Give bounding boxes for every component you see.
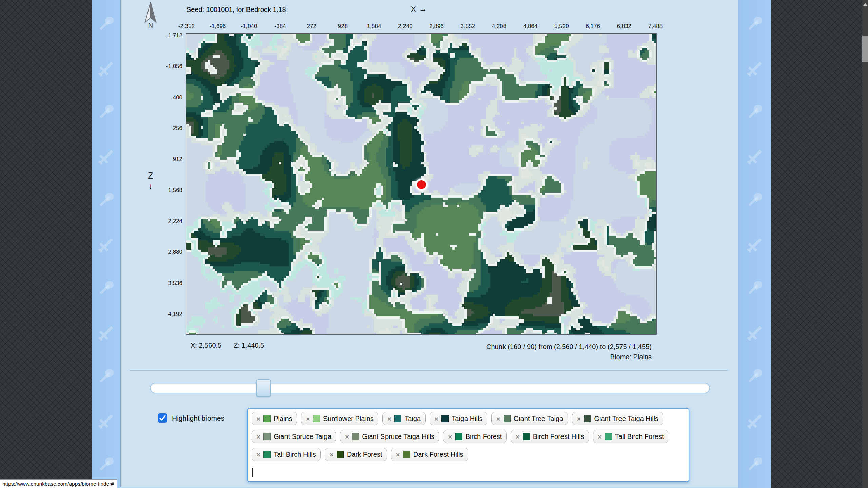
biome-tag-label: Giant Tree Taiga	[514, 415, 563, 423]
page: N Seed: 1001001, for Bedrock 1.18 X → Z↓…	[0, 0, 868, 488]
sword-icon	[745, 324, 764, 343]
z-axis-tick: 4,192	[142, 311, 182, 318]
x-axis-tick: 2,240	[398, 23, 413, 30]
biome-map[interactable]	[186, 33, 657, 335]
chunk-range-text: Chunk (160 / 90) from (2,560 / 1,440) to…	[486, 342, 652, 352]
x-axis-tick: -2,352	[178, 23, 195, 30]
remove-tag-icon[interactable]: ×	[577, 415, 581, 422]
z-axis-tick: 256	[142, 125, 182, 132]
biome-tags-input[interactable]: ×Plains×Sunflower Plains×Taiga×Taiga Hil…	[247, 408, 689, 482]
x-axis-tick: -1,040	[241, 23, 257, 30]
pickaxe-icon	[745, 368, 764, 387]
biome-tag[interactable]: ×Giant Spruce Taiga Hills	[340, 430, 439, 443]
biome-tag[interactable]: ×Birch Forest Hills	[511, 430, 589, 443]
zoom-slider-track[interactable]	[150, 383, 710, 393]
biome-color-swatch	[523, 433, 530, 440]
remove-tag-icon[interactable]: ×	[345, 433, 349, 440]
biome-tag[interactable]: ×Tall Birch Hills	[252, 448, 321, 461]
biome-tag-label: Birch Forest Hills	[533, 433, 584, 441]
checkmark-icon	[159, 415, 166, 421]
remove-tag-icon[interactable]: ×	[256, 451, 260, 458]
biome-tag-label: Tall Birch Hills	[274, 451, 316, 459]
pickaxe-icon	[745, 280, 764, 299]
remove-tag-icon[interactable]: ×	[515, 433, 519, 440]
biome-tag[interactable]: ×Tall Birch Forest	[593, 430, 669, 443]
remove-tag-icon[interactable]: ×	[256, 433, 260, 440]
biome-color-swatch	[403, 451, 410, 458]
sword-icon	[97, 147, 116, 166]
pickaxe-icon	[745, 456, 764, 475]
pickaxe-icon	[97, 280, 116, 299]
text-cursor	[252, 468, 253, 477]
z-axis-tick: 1,568	[142, 187, 182, 194]
scroll-up-arrow-icon[interactable]	[863, 3, 867, 6]
x-axis-tick: 1,584	[367, 23, 381, 30]
pickaxe-icon	[97, 191, 116, 210]
biome-color-swatch	[504, 415, 511, 422]
remove-tag-icon[interactable]: ×	[448, 433, 452, 440]
remove-tag-icon[interactable]: ×	[396, 451, 400, 458]
x-axis-tick: 7,488	[648, 23, 663, 30]
biome-tag-label: Taiga	[405, 415, 421, 423]
biome-tag[interactable]: ×Dark Forest	[325, 448, 387, 461]
biome-at-cursor-text: Biome: Plains	[486, 352, 652, 362]
page-background-right	[770, 0, 868, 488]
pickaxe-icon	[97, 15, 116, 34]
biome-tag-label: Plains	[274, 415, 292, 423]
pickaxe-icon	[97, 103, 116, 122]
sword-icon	[97, 236, 116, 255]
cursor-coordinates: X: 2,560.5Z: 1,440.5	[191, 342, 264, 349]
remove-tag-icon[interactable]: ×	[330, 451, 334, 458]
sword-icon	[745, 59, 764, 78]
chunk-info: Chunk (160 / 90) from (2,560 / 1,440) to…	[486, 342, 652, 362]
zoom-slider-handle[interactable]	[256, 379, 271, 397]
browser-scrollbar[interactable]	[862, 0, 868, 488]
biome-tag-label: Giant Spruce Taiga	[274, 433, 331, 441]
z-axis-tick: 2,224	[142, 218, 182, 225]
biome-color-swatch	[584, 415, 591, 422]
biome-color-swatch	[263, 433, 271, 440]
sword-icon	[97, 59, 116, 78]
biome-tag-label: Giant Tree Taiga Hills	[594, 415, 658, 423]
scrollbar-thumb[interactable]	[862, 36, 868, 62]
biome-tag[interactable]: ×Giant Spruce Taiga	[252, 430, 336, 443]
z-axis-tick: 912	[142, 156, 182, 163]
sword-icon	[97, 324, 116, 343]
compass-north-label: N	[141, 22, 160, 29]
biome-tag[interactable]: ×Birch Forest	[443, 430, 507, 443]
biome-color-swatch	[605, 433, 612, 440]
biome-tag[interactable]: ×Plains	[252, 412, 297, 425]
biome-color-swatch	[352, 433, 359, 440]
biome-color-swatch	[263, 415, 271, 422]
biome-tag-label: Birch Forest	[466, 433, 502, 441]
biome-tag-label: Dark Forest Hills	[413, 451, 463, 459]
x-axis-label: X →	[411, 5, 428, 14]
cursor-x-value: X: 2,560.5	[191, 342, 221, 349]
pickaxe-icon	[745, 15, 764, 34]
remove-tag-icon[interactable]: ×	[387, 415, 391, 422]
highlight-biomes-checkbox[interactable]	[158, 413, 167, 423]
remove-tag-icon[interactable]: ×	[598, 433, 602, 440]
biome-tag[interactable]: ×Dark Forest Hills	[391, 448, 468, 461]
biome-tag[interactable]: ×Giant Tree Taiga Hills	[572, 412, 663, 425]
remove-tag-icon[interactable]: ×	[496, 415, 500, 422]
x-axis-name: X	[411, 5, 417, 13]
remove-tag-icon[interactable]: ×	[306, 415, 310, 422]
biome-color-swatch	[394, 415, 401, 422]
z-axis-name: Z	[148, 171, 153, 180]
page-background-left	[0, 0, 92, 488]
pickaxe-icon	[745, 191, 764, 210]
biome-tag[interactable]: ×Taiga Hills	[430, 412, 487, 425]
biome-color-swatch	[441, 415, 449, 422]
biome-tag[interactable]: ×Taiga	[382, 412, 426, 425]
biome-tag[interactable]: ×Sunflower Plains	[301, 412, 378, 425]
x-axis-tick: 6,832	[617, 23, 632, 30]
remove-tag-icon[interactable]: ×	[434, 415, 438, 422]
x-axis-tick: 928	[338, 23, 348, 30]
biome-tag[interactable]: ×Giant Tree Taiga	[491, 412, 568, 425]
x-axis-tick: 5,520	[554, 23, 569, 30]
biome-tags-list: ×Plains×Sunflower Plains×Taiga×Taiga Hil…	[248, 409, 689, 464]
remove-tag-icon[interactable]: ×	[256, 415, 260, 422]
sword-icon	[745, 412, 764, 431]
x-axis-tick: 4,208	[492, 23, 507, 30]
